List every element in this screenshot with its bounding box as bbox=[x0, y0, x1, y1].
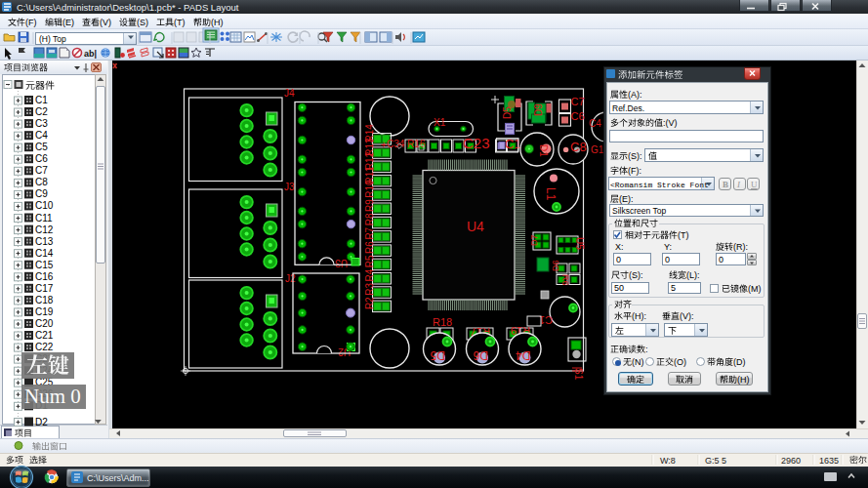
svg-text:C34: C34 bbox=[387, 139, 405, 149]
svg-text:J4: J4 bbox=[284, 88, 295, 99]
svg-text:R5: R5 bbox=[364, 255, 375, 267]
svg-text:R6: R6 bbox=[560, 274, 570, 286]
svg-text:D7: D7 bbox=[529, 234, 539, 246]
svg-text:C23: C23 bbox=[463, 135, 490, 151]
svg-text:G1: G1 bbox=[591, 144, 604, 155]
svg-text:D6: D6 bbox=[473, 348, 488, 362]
svg-text:R16: R16 bbox=[407, 139, 426, 149]
svg-text:D4: D4 bbox=[516, 348, 531, 362]
svg-text:D6: D6 bbox=[551, 260, 560, 271]
svg-text:R6: R6 bbox=[364, 241, 375, 254]
svg-text:R2: R2 bbox=[364, 297, 375, 309]
svg-text:C8: C8 bbox=[570, 140, 587, 154]
svg-text:C6: C6 bbox=[571, 110, 585, 122]
svg-text:J3: J3 bbox=[284, 182, 295, 192]
svg-text:D1: D1 bbox=[538, 144, 549, 157]
svg-text:R7: R7 bbox=[364, 226, 375, 239]
svg-text:R18: R18 bbox=[433, 316, 452, 328]
svg-text:U5: U5 bbox=[574, 237, 585, 250]
svg-text:D5: D5 bbox=[430, 348, 445, 362]
svg-text:C7: C7 bbox=[571, 96, 585, 107]
svg-text:R3: R3 bbox=[364, 283, 375, 296]
svg-text:D9: D9 bbox=[533, 103, 544, 116]
svg-text:U3: U3 bbox=[335, 258, 348, 268]
svg-text:X1: X1 bbox=[434, 117, 446, 128]
svg-text:R8: R8 bbox=[364, 213, 375, 225]
svg-text:L1: L1 bbox=[544, 187, 558, 201]
svg-text:C4: C4 bbox=[589, 118, 601, 129]
svg-text:S1: S1 bbox=[573, 368, 584, 381]
svg-text:R4: R4 bbox=[364, 268, 375, 281]
svg-text:J2: J2 bbox=[285, 273, 296, 284]
svg-text:R9: R9 bbox=[364, 199, 375, 212]
svg-text:U4: U4 bbox=[467, 219, 484, 234]
svg-text:R10: R10 bbox=[364, 180, 375, 198]
svg-text:D5: D5 bbox=[502, 106, 513, 119]
